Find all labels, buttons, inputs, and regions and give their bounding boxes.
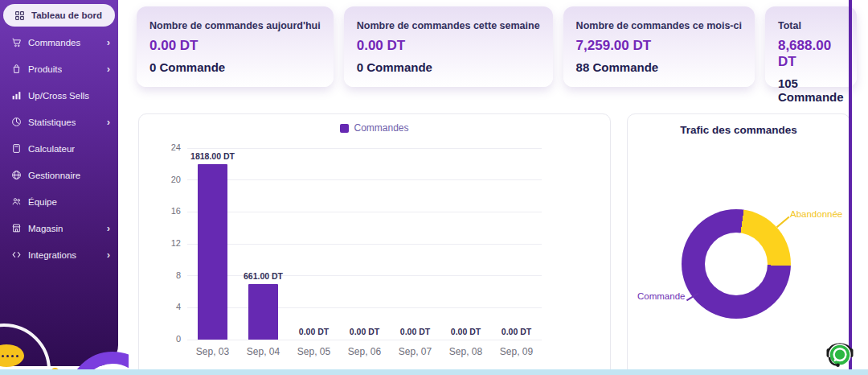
x-axis-tick-label: Sep, 09 (491, 346, 542, 357)
chevron-right-icon: › (107, 37, 110, 47)
upsell-icon (10, 90, 22, 101)
sidebar-item-calculateur[interactable]: Calculateur (0, 135, 118, 162)
sidebar-item-quipe[interactable]: Équipe (0, 188, 118, 215)
x-axis-tick-label: Sep, 06 (339, 346, 390, 357)
bar-value-label: 661.00 DT (233, 271, 293, 281)
sidebar-item-label: Statistiques (28, 117, 76, 127)
stat-card-value: 8,688.00 DT (778, 38, 844, 70)
bag-icon (10, 64, 22, 75)
stat-card-count: 0 Commande (357, 60, 540, 74)
sidebar-item-label: Équipe (28, 197, 57, 207)
stat-card-title: Nombre de commandes aujourd'hui (149, 20, 321, 31)
sidebar-item-label: Integrations (28, 250, 76, 260)
stat-card-nombre-de-commandes-cette-semaine: Nombre de commandes cette semaine0.00 DT… (344, 6, 553, 87)
chevron-right-icon: › (107, 64, 110, 74)
chevron-right-icon: › (107, 223, 110, 233)
sidebar-item-label: Gestionnaire (28, 171, 80, 180)
callout-line-abandonnee (776, 216, 789, 228)
y-axis-tick-label: 4 (158, 302, 181, 311)
stats-icon (10, 117, 22, 128)
sidebar-item-magasin[interactable]: Magasin› (0, 215, 118, 241)
bar-slot: 1818.00 DT (187, 148, 238, 340)
stat-card-total: Total8,688.00 DT105 Commande (765, 6, 857, 87)
bar-slot: 0.00 DT (440, 148, 491, 340)
orders-bar-chart-card: Commandes 242016128401818.00 DTSep, 0366… (138, 113, 611, 375)
bar-sep-03 (198, 164, 227, 340)
calculator-icon (10, 143, 22, 155)
sidebar-item-statistiques[interactable]: Statistiques› (0, 109, 118, 135)
legend-label: Commandes (354, 122, 408, 134)
sidebar-item-produits[interactable]: Produits› (0, 56, 118, 82)
y-axis-tick-label: 8 (158, 270, 181, 280)
sidebar-nav: Tableau de bordCommandes›Produits›Up/Cro… (0, 0, 118, 268)
stat-card-count: 105 Commande (778, 76, 844, 104)
sidebar-item-up-cross-sells[interactable]: Up/Cross Sells (0, 82, 118, 109)
slice-label-abandonnee: Abandonnée (790, 209, 842, 219)
bar-slot: 0.00 DT (339, 148, 390, 340)
store-icon (10, 223, 22, 234)
sidebar-item-commandes[interactable]: Commandes› (0, 29, 118, 56)
y-axis-tick-label: 24 (158, 142, 181, 152)
chevron-right-icon: › (107, 249, 110, 260)
stat-card-title: Nombre de commandes cette semaine (357, 20, 540, 31)
bar-value-label: 1818.00 DT (182, 151, 243, 161)
stat-card-count: 0 Commande (149, 60, 321, 74)
sidebar-item-integrations[interactable]: Integrations› (0, 241, 118, 268)
bar-sep-04 (248, 284, 278, 340)
stat-card-title: Nombre de commandes ce mois-ci (576, 20, 742, 31)
donut-chart-title: Trafic des commandes (628, 124, 850, 136)
x-axis-tick-label: Sep, 04 (238, 346, 289, 357)
manager-icon (10, 170, 22, 181)
y-axis-tick-label: 0 (158, 334, 181, 344)
donut-chart (682, 209, 791, 319)
team-icon (10, 196, 22, 208)
sidebar-item-gestionnaire[interactable]: Gestionnaire (0, 162, 118, 188)
y-axis-tick-label: 20 (158, 175, 181, 184)
sidebar-item-label: Tableau de bord (31, 10, 102, 20)
stat-card-title: Total (778, 20, 844, 31)
donut-hole (705, 233, 768, 295)
scrollbar[interactable] (849, 0, 852, 375)
bar-value-label: 0.00 DT (486, 327, 547, 336)
sidebar-item-label: Commandes (28, 38, 80, 47)
sidebar-item-tableau-de-bord[interactable]: Tableau de bord (3, 4, 115, 27)
x-axis-tick-label: Sep, 05 (289, 346, 339, 357)
dashboard-icon (14, 10, 25, 21)
sidebar-item-label: Up/Cross Sells (28, 91, 89, 101)
bar-slot: 0.00 DT (390, 148, 440, 340)
stat-card-count: 88 Commande (576, 60, 742, 74)
bottom-highlight-strip (0, 369, 868, 375)
stat-card-nombre-de-commandes-aujourd-hui: Nombre de commandes aujourd'hui0.00 DT0 … (137, 6, 334, 87)
y-axis-tick-label: 12 (158, 238, 181, 248)
cart-icon (10, 37, 22, 48)
stat-card-value: 7,259.00 DT (576, 38, 742, 54)
sidebar-item-label: Magasin (28, 224, 63, 233)
bar-chart-plot: 242016128401818.00 DTSep, 03661.00 DTSep… (187, 148, 542, 340)
x-axis-tick-label: Sep, 07 (390, 346, 440, 357)
traffic-donut-card: Trafic des commandes Abandonnée Commande (627, 113, 850, 375)
chart-legend: Commandes (139, 122, 610, 134)
chevron-right-icon: › (107, 117, 110, 127)
sidebar-item-label: Produits (28, 64, 62, 74)
slice-label-commande: Commande (637, 291, 685, 301)
stat-card-value: 0.00 DT (357, 38, 540, 54)
x-axis-tick-label: Sep, 08 (440, 346, 491, 357)
bar-slot: 0.00 DT (491, 148, 542, 340)
bar-slot: 661.00 DT (238, 148, 289, 340)
whatsapp-headset-icon[interactable] (823, 336, 857, 372)
stat-card-nombre-de-commandes-ce-mois-ci: Nombre de commandes ce mois-ci7,259.00 D… (563, 6, 755, 87)
legend-swatch-commandes (340, 124, 349, 133)
bar-slot: 0.00 DT (289, 148, 339, 340)
stat-cards-row: Nombre de commandes aujourd'hui0.00 DT0 … (137, 6, 849, 87)
x-axis-tick-label: Sep, 03 (187, 346, 238, 357)
integrations-icon (10, 249, 22, 261)
sidebar: Tableau de bordCommandes›Produits›Up/Cro… (0, 0, 118, 366)
stat-card-value: 0.00 DT (149, 38, 321, 54)
sidebar-item-label: Calculateur (28, 144, 75, 154)
y-axis-tick-label: 16 (158, 206, 181, 216)
